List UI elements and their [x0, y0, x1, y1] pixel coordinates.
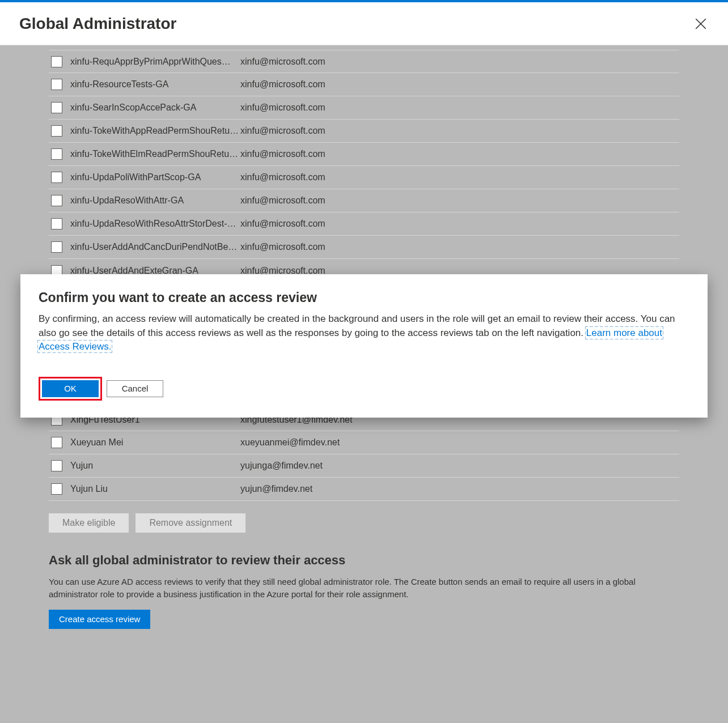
dialog-title: Confirm you want to create an access rev…: [39, 290, 689, 305]
ok-button-highlight: OK: [39, 377, 102, 401]
table-row[interactable]: xinfu-TokeWithElmReadPermShouRetu…xinfu@…: [49, 143, 679, 166]
user-email: xinfu@microsoft.com: [240, 172, 325, 182]
dialog-actions: OK Cancel: [39, 377, 689, 401]
user-email: xinfu@microsoft.com: [240, 219, 325, 229]
checkbox[interactable]: [51, 172, 62, 183]
checkbox[interactable]: [51, 241, 62, 253]
user-table-bottom: XingFuTestUser1xingfutestuser1@fimdev.ne…: [49, 408, 679, 501]
user-name: xinfu-TokeWithElmReadPermShouRetu…: [70, 149, 240, 159]
user-email: yujunga@fimdev.net: [240, 461, 323, 471]
checkbox[interactable]: [51, 79, 62, 90]
close-icon[interactable]: [695, 18, 706, 29]
table-row[interactable]: xinfu-UpdaResoWithResoAttrStorDest-…xinf…: [49, 212, 679, 236]
confirm-dialog: Confirm you want to create an access rev…: [20, 274, 708, 418]
user-name: xinfu-UpdaPoliWithPartScop-GA: [70, 172, 240, 182]
ok-button[interactable]: OK: [42, 380, 99, 397]
user-table-top: xinfu-RequApprByPrimApprWithQues…xinfu@m…: [49, 50, 679, 282]
checkbox[interactable]: [51, 102, 62, 113]
panel-title: Global Administrator: [19, 15, 176, 33]
user-name: xinfu-UpdaResoWithResoAttrStorDest-…: [70, 219, 240, 229]
cancel-button[interactable]: Cancel: [107, 380, 163, 397]
remove-assignment-button[interactable]: Remove assignment: [136, 513, 246, 533]
table-row[interactable]: xinfu-UserAddAndCancDuriPendNotBe…xinfu@…: [49, 236, 679, 259]
user-name: xinfu-TokeWithAppReadPermShouRetu…: [70, 126, 240, 136]
user-email: xinfu@microsoft.com: [240, 79, 325, 90]
action-bar: Make eligible Remove assignment: [49, 513, 679, 533]
checkbox[interactable]: [51, 460, 62, 471]
user-email: xinfu@microsoft.com: [240, 103, 325, 113]
checkbox[interactable]: [51, 56, 62, 67]
user-email: xinfu@microsoft.com: [240, 242, 325, 252]
user-name: Yujun Liu: [70, 484, 240, 494]
table-row[interactable]: xinfu-SearInScopAccePack-GAxinfu@microso…: [49, 96, 679, 120]
user-email: xinfu@microsoft.com: [240, 126, 325, 136]
table-row[interactable]: xinfu-RequApprByPrimApprWithQues…xinfu@m…: [49, 50, 679, 73]
checkbox[interactable]: [51, 195, 62, 206]
table-row[interactable]: Xueyuan Meixueyuanmei@fimdev.net: [49, 431, 679, 454]
table-row[interactable]: Yujun Liuyujun@fimdev.net: [49, 478, 679, 501]
create-access-review-button[interactable]: Create access review: [49, 610, 150, 629]
dialog-desc-text: By confirming, an access review will aut…: [39, 313, 675, 338]
review-section-title: Ask all global administrator to review t…: [49, 553, 679, 568]
checkbox[interactable]: [51, 218, 62, 229]
checkbox[interactable]: [51, 437, 62, 448]
table-row[interactable]: xinfu-ResourceTests-GAxinfu@microsoft.co…: [49, 73, 679, 96]
user-name: Yujun: [70, 461, 240, 471]
checkbox[interactable]: [51, 148, 62, 160]
user-name: xinfu-RequApprByPrimApprWithQues…: [70, 57, 240, 67]
user-name: xinfu-ResourceTests-GA: [70, 79, 240, 90]
checkbox[interactable]: [51, 125, 62, 137]
make-eligible-button[interactable]: Make eligible: [49, 513, 129, 533]
table-row[interactable]: Yujunyujunga@fimdev.net: [49, 454, 679, 478]
user-name: Xueyuan Mei: [70, 437, 240, 448]
panel-body: ▲ xinfu-RequApprByPrimApprWithQues…xinfu…: [0, 45, 728, 723]
user-name: xinfu-UpdaResoWithAttr-GA: [70, 195, 240, 206]
user-name: xinfu-UserAddAndCancDuriPendNotBe…: [70, 242, 240, 252]
review-section-desc: You can use Azure AD access reviews to v…: [49, 576, 679, 601]
user-email: xueyuanmei@fimdev.net: [240, 437, 340, 448]
user-email: xinfu@microsoft.com: [240, 57, 325, 67]
user-email: xinfu@microsoft.com: [240, 149, 325, 159]
table-row[interactable]: xinfu-UpdaPoliWithPartScop-GAxinfu@micro…: [49, 166, 679, 189]
user-name: xinfu-SearInScopAccePack-GA: [70, 103, 240, 113]
checkbox[interactable]: [51, 483, 62, 495]
user-email: yujun@fimdev.net: [240, 484, 312, 494]
table-row[interactable]: xinfu-UpdaResoWithAttr-GAxinfu@microsoft…: [49, 189, 679, 212]
dialog-description: By confirming, an access review will aut…: [39, 312, 689, 354]
panel-header: Global Administrator: [0, 2, 728, 45]
table-row[interactable]: xinfu-TokeWithAppReadPermShouRetu…xinfu@…: [49, 120, 679, 143]
user-email: xinfu@microsoft.com: [240, 195, 325, 206]
